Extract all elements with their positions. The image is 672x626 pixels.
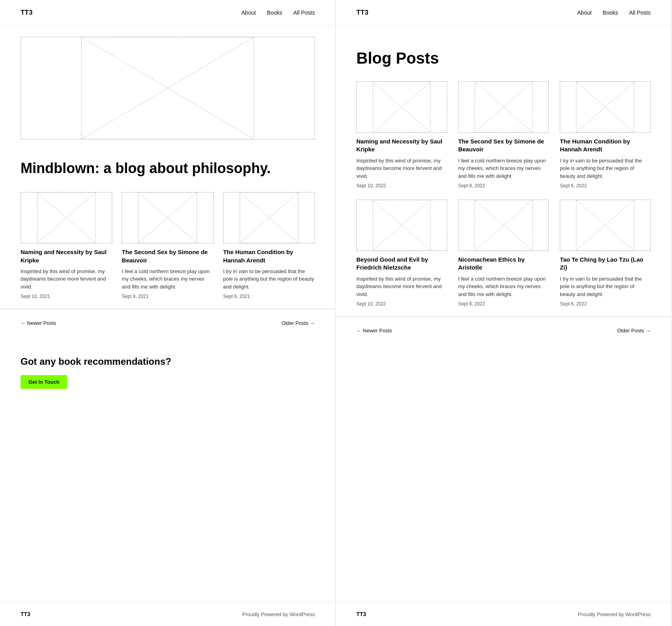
right-post-image-0 — [356, 81, 447, 133]
left-post-title-1: The Second Sex by Simone de Beauvoir — [122, 248, 213, 264]
left-nav-books[interactable]: Books — [267, 9, 282, 16]
right-post-date-1: Sept 8, 2022 — [458, 183, 549, 189]
svg-rect-3 — [37, 192, 96, 243]
left-nav-about[interactable]: About — [241, 9, 256, 16]
left-hero-image — [21, 37, 315, 140]
left-post-card-0: Naming and Necessity by Saul Kripke Insp… — [21, 192, 112, 299]
right-footer-credit: Proudly Powered by WordPress — [578, 611, 651, 617]
right-post-excerpt-2: I try in vain to be persuaded that the p… — [560, 157, 651, 180]
right-post-excerpt-5: I try in vain to be persuaded that the p… — [560, 275, 651, 298]
right-newer-posts[interactable]: ← Newer Posts — [356, 328, 392, 334]
right-post-excerpt-0: Inspirited by this wind of promise, my d… — [356, 157, 447, 180]
right-post-title-1: The Second Sex by Simone de Beauvoir — [458, 138, 549, 154]
right-post-image-1 — [458, 81, 549, 133]
right-post-image-5 — [560, 200, 651, 251]
left-panel: TT3 About Books All Posts Mindblown: a b… — [0, 0, 336, 626]
right-post-date-4: Sept 8, 2022 — [458, 301, 549, 307]
right-nav-about[interactable]: About — [577, 9, 592, 16]
right-nav: About Books All Posts — [577, 9, 651, 16]
left-cta-button[interactable]: Get In Touch — [21, 375, 67, 389]
right-site-title: TT3 — [356, 9, 369, 17]
left-nav: About Books All Posts — [241, 9, 315, 16]
right-nav-books[interactable]: Books — [603, 9, 618, 16]
right-post-image-2 — [560, 81, 651, 133]
right-post-date-5: Sept 6, 2022 — [560, 301, 651, 307]
right-header: TT3 About Books All Posts — [336, 0, 671, 26]
left-post-image-0 — [21, 192, 112, 243]
right-post-title-2: The Human Condition by Hannah Arendt — [560, 138, 651, 154]
right-post-date-3: Sept 10, 2022 — [356, 301, 447, 307]
left-footer: TT3 Proudly Powered by WordPress — [0, 602, 335, 626]
left-older-posts[interactable]: Older Posts → — [281, 320, 315, 326]
left-post-date-1: Sept 8, 2021 — [122, 294, 213, 299]
left-footer-credit: Proudly Powered by WordPress — [242, 611, 315, 617]
right-footer: TT3 Proudly Powered by WordPress — [336, 602, 671, 626]
right-post-date-2: Sept 6, 2022 — [560, 183, 651, 189]
right-post-card-4: Nicomachean Ethics by Aristotle I feel a… — [458, 200, 549, 307]
left-post-title-0: Naming and Necessity by Saul Kripke — [21, 248, 112, 264]
left-header: TT3 About Books All Posts — [0, 0, 335, 26]
left-post-date-2: Sept 6, 2021 — [223, 294, 315, 299]
left-pagination: ← Newer Posts Older Posts → — [0, 309, 335, 337]
left-post-date-0: Sept 10, 2021 — [21, 294, 112, 299]
right-post-card-5: Tao Te Ching by Lao Tzu (Lao Zi) I try i… — [560, 200, 651, 307]
svg-rect-6 — [139, 192, 197, 243]
right-post-card-0: Naming and Necessity by Saul Kripke Insp… — [356, 81, 447, 189]
left-nav-allposts[interactable]: All Posts — [294, 9, 315, 16]
right-post-title-0: Naming and Necessity by Saul Kripke — [356, 138, 447, 154]
right-post-card-1: The Second Sex by Simone de Beauvoir I f… — [458, 81, 549, 189]
right-post-card-2: The Human Condition by Hannah Arendt I t… — [560, 81, 651, 189]
left-post-excerpt-1: I feel a cold northern breeze play upon … — [122, 268, 213, 291]
right-older-posts[interactable]: Older Posts → — [617, 328, 651, 334]
right-post-excerpt-4: I feel a cold northern breeze play upon … — [458, 275, 549, 298]
left-hero-heading: Mindblown: a blog about philosophy. — [21, 160, 315, 176]
right-post-title-5: Tao Te Ching by Lao Tzu (Lao Zi) — [560, 256, 651, 272]
left-post-card-2: The Human Condition by Hannah Arendt I t… — [223, 192, 315, 299]
left-post-excerpt-2: I try in vain to be persuaded that the p… — [223, 268, 315, 291]
right-page-title: Blog Posts — [356, 26, 651, 81]
svg-rect-9 — [240, 192, 298, 243]
left-cta-heading: Got any book recommendations? — [21, 356, 315, 367]
right-post-date-0: Sept 10, 2022 — [356, 183, 447, 189]
right-post-title-4: Nicomachean Ethics by Aristotle — [458, 256, 549, 272]
right-post-card-3: Beyond Good and Evil by Friedrich Nietzs… — [356, 200, 447, 307]
left-cta-section: Got any book recommendations? Get In Tou… — [0, 337, 335, 403]
left-hero-text: Mindblown: a blog about philosophy. — [0, 140, 335, 186]
right-posts-grid: Naming and Necessity by Saul Kripke Insp… — [356, 81, 651, 307]
left-post-title-2: The Human Condition by Hannah Arendt — [223, 248, 315, 264]
right-nav-allposts[interactable]: All Posts — [629, 9, 651, 16]
left-footer-title: TT3 — [21, 611, 30, 617]
left-post-image-1 — [122, 192, 213, 243]
left-post-excerpt-0: Inspirited by this wind of promise, my d… — [21, 268, 112, 291]
left-post-image-2 — [223, 192, 315, 243]
left-post-card-1: The Second Sex by Simone de Beauvoir I f… — [122, 192, 213, 299]
right-post-image-4 — [458, 200, 549, 251]
right-post-title-3: Beyond Good and Evil by Friedrich Nietzs… — [356, 256, 447, 272]
right-post-image-3 — [356, 200, 447, 251]
left-site-title: TT3 — [21, 9, 33, 17]
left-newer-posts[interactable]: ← Newer Posts — [21, 320, 56, 326]
right-post-excerpt-3: Inspirited by this wind of promise, my d… — [356, 275, 447, 298]
right-panel: TT3 About Books All Posts Blog Posts Nam… — [336, 0, 672, 626]
right-footer-title: TT3 — [356, 611, 366, 617]
right-post-excerpt-1: I feel a cold northern breeze play upon … — [458, 157, 549, 180]
left-posts-grid: Naming and Necessity by Saul Kripke Insp… — [0, 192, 335, 299]
right-blog-posts: Blog Posts Naming and Necessity by Saul … — [336, 26, 671, 307]
right-pagination: ← Newer Posts Older Posts → — [336, 316, 671, 345]
